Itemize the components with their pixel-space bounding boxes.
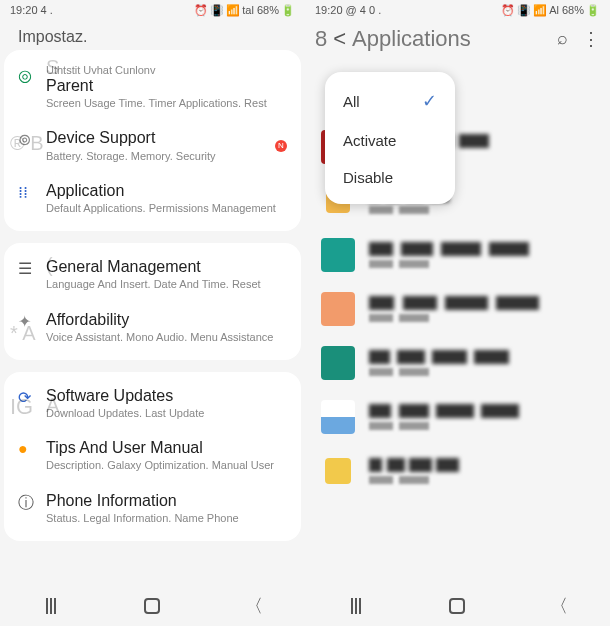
battery-icon: 🔋 (281, 4, 295, 17)
filter-label: All (343, 93, 360, 110)
app-sub-blurred (369, 206, 429, 214)
check-icon: ✓ (422, 90, 437, 112)
nav-bar-right: 〈 (305, 586, 610, 626)
setting-title-text: Software Updates (46, 386, 287, 405)
app-icon (321, 346, 355, 380)
setting-digital-wellbeing[interactable]: ◎ Uthtstit Uvhat Cunlonv Parent Screen U… (4, 56, 301, 120)
wellbeing-icon: ◎ (18, 64, 46, 110)
nav-recent[interactable] (344, 594, 368, 618)
setting-prefix: Uthtstit Uvhat Cunlonv (46, 64, 287, 76)
battery-text: Al 68% (549, 4, 584, 16)
setting-sub-text: Voice Assistant. Mono Audio. Menu Assist… (46, 331, 287, 344)
setting-device-care[interactable]: ⊚ Device Support Battery. Storage. Memor… (4, 120, 301, 172)
battery-text: tal 68% (242, 4, 279, 16)
setting-phone-information[interactable]: ⓘ Phone Information Status. Legal Inform… (4, 483, 301, 535)
app-icon (321, 400, 355, 434)
status-bar-right: 19:20 @ 4 0 . ⏰ 📳 📶 Al 68% 🔋 (305, 0, 610, 20)
settings-title: Impostaz. (18, 28, 87, 45)
app-icon (321, 238, 355, 272)
setting-sub-text: Status. Legal Information. Name Phone (46, 512, 287, 525)
sliders-icon: ☰ (18, 257, 46, 291)
wifi-icon: 📶 (533, 4, 547, 17)
app-icon (321, 292, 355, 326)
status-bar-left: 19:20 4 . ⏰ 📳 📶 tal 68% 🔋 (0, 0, 305, 20)
app-name-blurred (369, 296, 539, 310)
nav-bar-left: 〈 (0, 586, 305, 626)
setting-title-text: Tips And User Manual (46, 438, 287, 457)
settings-pane: 19:20 4 . ⏰ 📳 📶 tal 68% 🔋 Impostaz. S ® … (0, 0, 305, 626)
setting-sub-text: Description. Galaxy Optimization. Manual… (46, 459, 287, 472)
more-icon[interactable]: ⋮ (582, 28, 600, 50)
setting-title-text: General Management (46, 257, 287, 276)
setting-title-text: Phone Information (46, 491, 287, 510)
settings-header: Impostaz. (0, 20, 305, 50)
accessibility-icon: ✦ (18, 310, 46, 344)
app-sub-blurred (369, 368, 429, 376)
status-icons: ⏰ 📳 📶 Al 68% 🔋 (501, 4, 600, 17)
nav-home[interactable] (445, 594, 469, 618)
app-row[interactable] (321, 228, 600, 282)
setting-title-text: Device Support (46, 128, 269, 147)
filter-all[interactable]: All ✓ (325, 80, 455, 122)
app-row[interactable] (321, 390, 600, 444)
vibrate-icon: 📳 (210, 4, 224, 17)
update-icon: ⟳ (18, 386, 46, 420)
nav-recent[interactable] (39, 594, 63, 618)
apps-header: 8 < Applications ⌕ ⋮ (305, 20, 610, 60)
battery-icon: 🔋 (586, 4, 600, 17)
status-time: 19:20 4 . (10, 4, 53, 16)
setting-sub-text: Default Applications. Permissions Manage… (46, 202, 287, 215)
app-icon (325, 458, 351, 484)
setting-general-management[interactable]: ☰ General Management Language And Insert… (4, 249, 301, 301)
search-icon[interactable]: ⌕ (557, 28, 568, 50)
alarm-icon: ⏰ (194, 4, 208, 17)
setting-sub-text: Battery. Storage. Memory. Security (46, 150, 269, 163)
filter-activate[interactable]: Activate (325, 122, 455, 159)
app-row[interactable] (321, 282, 600, 336)
bulb-icon: ● (18, 438, 46, 472)
apps-title: Applications (352, 26, 471, 52)
nav-back[interactable]: 〈 (547, 594, 571, 618)
setting-sub-text: Screen Usage Time. Timer Applications. R… (46, 97, 287, 110)
app-name-blurred (369, 242, 529, 256)
app-name-blurred (369, 404, 519, 418)
settings-card: ◎ Uthtstit Uvhat Cunlonv Parent Screen U… (4, 50, 301, 231)
status-icons: ⏰ 📳 📶 tal 68% 🔋 (194, 4, 295, 17)
back-icon[interactable]: < (333, 26, 346, 52)
app-row[interactable] (321, 444, 600, 498)
settings-card: ⟳ Software Updates Download Updates. Las… (4, 372, 301, 541)
app-name-blurred (369, 350, 509, 364)
app-sub-blurred (369, 422, 429, 430)
apps-count: 8 (315, 26, 327, 52)
setting-accessibility[interactable]: ✦ Affordability Voice Assistant. Mono Au… (4, 302, 301, 354)
settings-card: ☰ General Management Language And Insert… (4, 243, 301, 360)
info-icon: ⓘ (18, 491, 46, 525)
setting-software-updates[interactable]: ⟳ Software Updates Download Updates. Las… (4, 378, 301, 430)
setting-tips-manual[interactable]: ● Tips And User Manual Description. Gala… (4, 430, 301, 482)
filter-dropdown: All ✓ Activate Disable (325, 72, 455, 204)
apps-icon: ⁞⁞ (18, 181, 46, 215)
signal-icon: 📶 (226, 4, 240, 17)
setting-sub-text: Download Updates. Last Update (46, 407, 287, 420)
filter-label: Disable (343, 169, 393, 186)
setting-title-text: Affordability (46, 310, 287, 329)
app-sub-blurred (369, 476, 429, 484)
setting-applications[interactable]: ⁞⁞ Application Default Applications. Per… (4, 173, 301, 225)
app-sub-blurred (369, 260, 429, 268)
app-name-blurred (369, 458, 459, 472)
app-row[interactable] (321, 336, 600, 390)
settings-body[interactable]: S ® B ( * A IG A ◎ Uthtstit Uvhat Cunlon… (0, 50, 305, 586)
setting-title-text: Application (46, 181, 287, 200)
vibrate-icon: 📳 (517, 4, 531, 17)
nav-back[interactable]: 〈 (242, 594, 266, 618)
app-sub-blurred (369, 314, 429, 322)
setting-title-text: Parent (46, 76, 287, 95)
filter-disable[interactable]: Disable (325, 159, 455, 196)
care-icon: ⊚ (18, 128, 46, 162)
alarm-icon: ⏰ (501, 4, 515, 17)
filter-label: Activate (343, 132, 396, 149)
nav-home[interactable] (140, 594, 164, 618)
setting-sub-text: Language And Insert. Date And Time. Rese… (46, 278, 287, 291)
notification-badge: N (275, 140, 287, 152)
status-time: 19:20 @ 4 0 . (315, 4, 381, 16)
